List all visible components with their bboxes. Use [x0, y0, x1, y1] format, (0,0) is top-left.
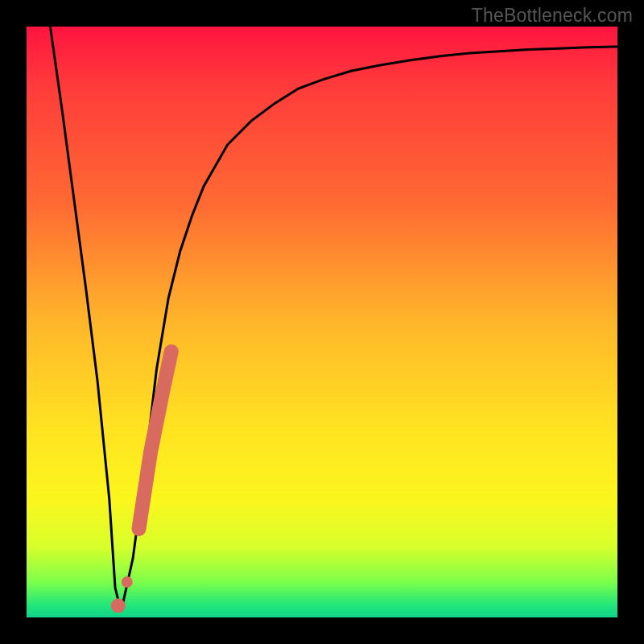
marker-dot	[122, 576, 133, 588]
chart-frame: TheBottleneck.com	[0, 0, 644, 644]
watermark-text: TheBottleneck.com	[472, 5, 633, 27]
marker-dot	[111, 598, 126, 613]
chart-svg	[27, 27, 617, 617]
